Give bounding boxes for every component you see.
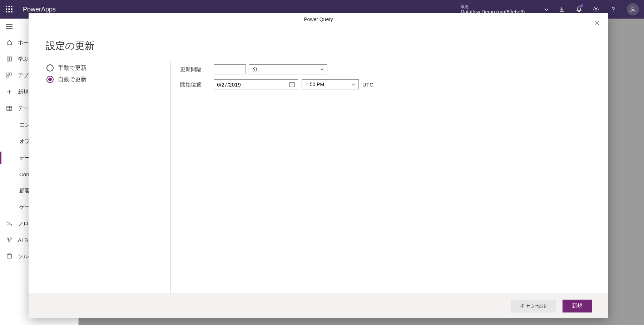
chevron-down-icon [351, 82, 356, 87]
svg-rect-12 [10, 73, 12, 75]
chevron-down-icon [544, 7, 549, 12]
dialog-body: 手動で更新 自動で更新 更新間隔 分 開始位置 6/27/2019 [29, 52, 608, 294]
gear-icon [593, 6, 599, 13]
chevron-down-icon [320, 67, 324, 72]
download-icon [559, 6, 565, 13]
dialog-tab-title: Power Query [304, 16, 333, 22]
radio-auto-refresh[interactable]: 自動で更新 [46, 74, 170, 85]
ai-icon [6, 237, 12, 243]
help-icon [610, 6, 616, 13]
svg-rect-3 [6, 9, 7, 10]
svg-point-17 [7, 238, 9, 239]
refresh-settings-dialog: Power Query 設定の更新 手動で更新 自動で更新 更新間隔 分 [29, 13, 608, 318]
hamburger-icon [6, 24, 13, 29]
svg-rect-2 [11, 6, 13, 7]
refresh-schedule-panel: 更新間隔 分 開始位置 6/27/2019 1:50 PM [171, 62, 608, 294]
sidebar-toggle[interactable] [0, 19, 19, 34]
user-avatar[interactable] [627, 3, 639, 15]
radio-icon [46, 76, 54, 83]
sidebar-item-label: 新規 [18, 89, 29, 95]
svg-rect-11 [7, 73, 9, 75]
svg-rect-21 [289, 83, 294, 87]
start-label: 開始位置 [180, 81, 214, 88]
interval-input[interactable] [214, 64, 246, 74]
svg-rect-6 [6, 11, 7, 13]
radio-label: 手動で更新 [58, 64, 86, 72]
calendar-icon [289, 82, 295, 87]
dialog-header: Power Query [29, 13, 608, 38]
svg-point-19 [9, 241, 10, 242]
radio-icon [46, 64, 54, 72]
environment-label: 環境 [461, 4, 533, 9]
notification-dot [580, 4, 583, 7]
svg-rect-5 [11, 9, 13, 10]
start-time-select[interactable]: 1:50 PM [302, 79, 359, 89]
radio-label: 自動で更新 [58, 76, 86, 83]
interval-label: 更新間隔 [180, 66, 214, 73]
sidebar-item-label: デー [18, 105, 29, 112]
app-launcher-button[interactable] [0, 0, 19, 19]
svg-rect-0 [6, 6, 7, 7]
refresh-mode-panel: 手動で更新 自動で更新 [29, 62, 171, 294]
date-value: 6/27/2019 [217, 82, 241, 88]
brand-label: PowerApps [19, 6, 56, 13]
grid-icon [6, 105, 12, 111]
svg-rect-7 [9, 11, 10, 13]
environment-chevron[interactable] [540, 7, 553, 12]
time-value: 1:50 PM [306, 82, 324, 87]
home-icon [6, 40, 12, 45]
flow-icon [6, 221, 12, 226]
dialog-title: 設定の更新 [29, 38, 608, 52]
svg-rect-20 [7, 255, 11, 258]
interval-unit-select[interactable]: 分 [249, 64, 327, 74]
svg-point-16 [11, 225, 12, 226]
create-button[interactable]: 新規 [563, 300, 592, 312]
sidebar-item-label: Con [19, 171, 29, 177]
svg-rect-8 [11, 11, 13, 13]
svg-rect-1 [9, 6, 10, 7]
plus-icon [6, 89, 12, 95]
sidebar-item-label: ソル [18, 253, 29, 260]
radio-manual-refresh[interactable]: 手動で更新 [46, 62, 170, 74]
svg-point-10 [632, 7, 634, 10]
sidebar-item-label: フロ [18, 220, 29, 227]
svg-point-18 [10, 238, 11, 239]
svg-point-9 [595, 9, 597, 10]
timezone-label: UTC [362, 82, 373, 88]
sidebar-item-label: AI B [18, 237, 28, 243]
select-value: 分 [253, 66, 258, 73]
book-icon [6, 56, 12, 62]
sidebar-item-label: 学ぶ [18, 56, 29, 63]
cancel-button[interactable]: キャンセル [511, 300, 556, 312]
svg-point-15 [7, 222, 8, 223]
sidebar-item-label: ホー [18, 39, 29, 46]
solution-icon [6, 253, 12, 259]
close-icon [594, 20, 600, 26]
apps-icon [6, 73, 12, 78]
start-date-input[interactable]: 6/27/2019 [214, 79, 298, 89]
dialog-footer: キャンセル 新規 [29, 294, 608, 318]
waffle-icon [6, 6, 13, 13]
person-icon [629, 6, 636, 13]
svg-rect-4 [9, 9, 10, 10]
sidebar-item-label: アプ [18, 72, 29, 79]
dialog-close-button[interactable] [590, 16, 603, 29]
svg-rect-13 [7, 76, 9, 78]
